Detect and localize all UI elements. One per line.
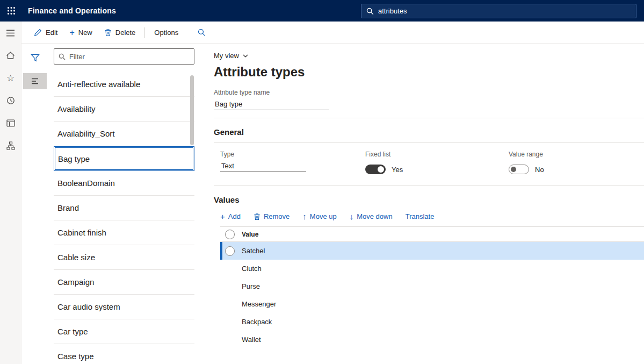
options-button[interactable]: Options [148,24,184,41]
filter-tool-column [21,44,48,364]
values-section-title[interactable]: Values [214,195,644,204]
row-radio[interactable] [225,246,235,256]
hamburger-icon [6,29,15,37]
favorites-button[interactable]: ☆ [0,67,21,89]
fixed-list-state: Yes [392,166,403,174]
search-icon [366,8,374,15]
attribute-type-name-label: Attribute type name [214,89,644,96]
edit-label: Edit [46,28,57,37]
remove-value-button[interactable]: Remove [254,212,290,220]
star-icon: ☆ [6,74,15,83]
list-item-selected[interactable]: Bag type [54,146,194,171]
plus-icon: + [220,212,225,220]
list-item[interactable]: Cabinet finish [54,220,194,245]
plus-icon: + [69,28,74,37]
list-item[interactable]: Availability_Sort [54,122,194,146]
modules-button[interactable] [0,134,21,157]
filter-pane-button[interactable] [21,48,48,67]
hamburger-menu-button[interactable] [0,22,21,44]
value-row[interactable]: Clutch [220,260,644,277]
delete-button[interactable]: Delete [98,24,142,41]
top-bar: Finance and Operations [0,0,644,22]
list-item[interactable]: Case type [54,344,194,364]
new-button[interactable]: + New [63,24,98,41]
page-title: Attribute types [214,65,644,80]
list-lines-icon [31,78,39,84]
view-selector[interactable]: My view [214,52,248,60]
remove-label: Remove [264,212,290,220]
funnel-icon [31,54,40,62]
pencil-icon [34,28,42,37]
global-search-box[interactable] [361,4,636,18]
edit-button[interactable]: Edit [28,24,63,41]
value-row[interactable]: Purse [220,277,644,295]
type-label: Type [220,151,365,158]
attribute-type-list: Anti-reflective available Availability A… [54,72,194,364]
value-range-field: Value range No [509,151,644,175]
list-item[interactable]: Car audio system [54,295,194,319]
new-label: New [78,28,92,37]
list-filter-input[interactable] [69,53,190,61]
list-scrollbar[interactable] [190,75,194,145]
value-cell: Purse [242,282,260,290]
list-item[interactable]: Cable size [54,245,194,270]
recent-button[interactable] [0,89,21,112]
home-button[interactable] [0,44,21,67]
list-filter-box[interactable] [54,48,194,65]
value-cell: Wallet [242,336,261,344]
value-cell: Satchel [242,247,265,255]
toggle-knob [511,167,516,172]
workspaces-button[interactable] [0,112,21,134]
list-item[interactable]: Brand [54,196,194,220]
clock-icon [6,96,15,105]
type-field: Type [220,151,365,175]
value-row[interactable]: Messenger [220,295,644,313]
value-range-toggle[interactable] [509,165,529,174]
waffle-menu-button[interactable] [0,0,23,22]
general-section-title[interactable]: General [214,127,644,137]
general-section-divider [214,142,644,143]
move-down-button[interactable]: ↓ Move down [350,212,393,220]
list-item[interactable]: Car type [54,319,194,344]
fixed-list-field: Fixed list Yes [365,151,509,175]
trash-icon [254,213,261,220]
values-toolbar: + Add Remove ↑ Move up ↓ Move down Trans… [214,212,644,220]
arrow-down-icon: ↓ [350,212,354,220]
add-value-button[interactable]: + Add [220,212,241,220]
global-search-input[interactable] [378,7,631,15]
value-cell: Backpack [242,318,272,326]
home-icon [6,51,15,60]
select-all-radio[interactable] [225,230,235,239]
values-grid: Value Satchel Clutch Purse Messenger Bac… [220,226,644,348]
move-down-label: Move down [357,212,392,220]
trash-icon [104,28,112,37]
value-row-selected[interactable]: Satchel [220,242,644,260]
section-divider [214,185,644,186]
value-row[interactable]: Backpack [220,313,644,331]
value-row[interactable]: Wallet [220,331,644,348]
list-item[interactable]: Availability [54,97,194,122]
list-item[interactable]: Anti-reflective available [54,72,194,97]
list-item[interactable]: BooleanDomain [54,171,194,196]
value-column-header[interactable]: Value [242,231,258,238]
fixed-list-label: Fixed list [365,151,509,158]
type-input[interactable] [220,160,306,172]
attribute-type-name-input[interactable] [214,98,329,110]
attribute-type-list-panel: Anti-reflective available Availability A… [54,48,194,364]
command-search-button[interactable] [192,24,212,41]
command-bar-divider [144,27,145,38]
app-title: Finance and Operations [28,6,116,15]
workspaces-icon [6,119,15,127]
value-range-state: No [535,166,544,174]
list-item[interactable]: Campaign [54,270,194,295]
translate-button[interactable]: Translate [406,212,435,220]
fixed-list-toggle[interactable] [365,165,386,174]
main-content: My view Attribute types Attribute type n… [214,48,644,364]
move-up-button[interactable]: ↑ Move up [302,212,336,220]
list-view-tool-button[interactable] [23,73,47,89]
value-range-label: Value range [509,151,644,158]
app-window: Finance and Operations Edit + New Delete [0,0,644,364]
move-up-label: Move up [310,212,337,220]
hierarchy-icon [6,141,15,150]
chevron-down-icon [243,54,248,58]
